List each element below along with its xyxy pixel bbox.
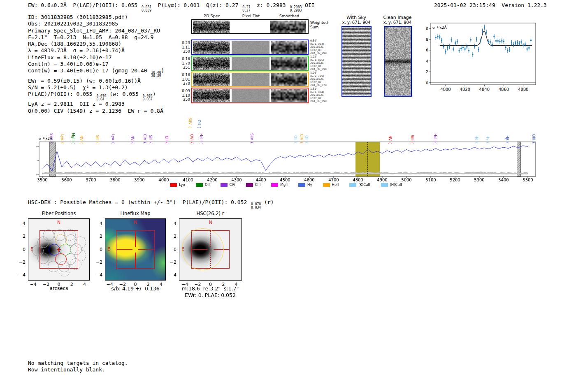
zoom-xtick-label: 4880 — [518, 87, 528, 92]
data-point — [478, 49, 479, 50]
data-point — [507, 50, 508, 51]
main-xtick-label: 4600 — [304, 178, 314, 182]
legend-swatch — [381, 183, 388, 187]
panel-ytick-label: 2 — [95, 234, 102, 239]
north-label: N — [209, 220, 212, 225]
summary-header-line: EW: 0.6±0.2Å P(LAE)/P(OII): 0.055 0.0810… — [28, 2, 315, 12]
stacked-uncertainty: 0.0760.04 — [96, 95, 106, 101]
stacked-uncertainty: 0.0760.037 — [143, 95, 153, 101]
north-label: N — [134, 220, 137, 225]
data-point — [459, 50, 460, 51]
data-point — [462, 47, 464, 48]
main-xtick-label: 4900 — [377, 178, 387, 182]
full-spectrum-plot: 0510 — [36, 141, 555, 179]
main-ytick-label: 0 — [36, 172, 37, 177]
zoom-ytick-label: 6 — [426, 48, 428, 52]
fiber-weight-value: 1.10 — [180, 93, 190, 98]
main-xtick-label: 4200 — [207, 178, 217, 182]
with-sky-title: With Sky — [346, 15, 366, 20]
panel-xtick-label: 4 — [83, 282, 86, 287]
legend-item: HeII — [323, 183, 339, 187]
panel-ytick-label: −4 — [95, 272, 102, 278]
lineflux-map-title: Lineflux Map — [120, 211, 150, 216]
legend-item: CIV — [221, 183, 235, 187]
legend-swatch — [246, 183, 253, 187]
spectral-line-label: SiII { — [95, 111, 100, 144]
fiber-pixel-flat-image — [232, 73, 269, 86]
legend-swatch — [221, 183, 228, 187]
spectral-line-label: NV { — [130, 111, 135, 144]
fiber-pixel-flat-image — [232, 89, 269, 102]
spectral-line-label: Hδ { — [474, 111, 479, 144]
stacked-uncertainty: 0.0810.039 — [142, 6, 151, 12]
fiber-2d-spec-row — [191, 88, 309, 103]
data-point — [476, 39, 477, 40]
with-sky-coords: x, y: 671, 904 — [342, 20, 371, 25]
panel-ytick-label: −2 — [95, 260, 102, 265]
legend-item: CIII — [246, 183, 260, 187]
fiber-smoothed-image — [271, 89, 307, 102]
legend-swatch — [349, 183, 356, 187]
spec2d-col-title-2: Pixel Flat — [242, 14, 260, 18]
spectral-line-label-text: SiIV { — [188, 118, 192, 128]
fiber-row-weights: 0.091.10350 — [180, 89, 190, 102]
info-line: Primary Spec_Slot_IFU_AMP: 204_087_037_R… — [28, 28, 164, 34]
fiber-annotation-line: 204_RU_079 — [310, 84, 327, 87]
fiber-weight-value: 0.23 — [180, 41, 190, 45]
data-point — [466, 46, 467, 47]
fiber-2d-spec-image — [193, 41, 230, 54]
main-xtick-label: 3500 — [37, 178, 47, 182]
zoom-ytick-label: 2 — [426, 70, 428, 74]
clean-image-coords: x, y: 671, 904 — [383, 20, 412, 25]
panel-ytick-label: 2 — [169, 234, 177, 239]
fiber-weight-value: 0.16 — [180, 73, 190, 77]
main-xtick-label: 4300 — [231, 178, 242, 182]
center-marker — [58, 248, 59, 252]
data-point — [482, 30, 483, 32]
spectral-line-label: CII { — [164, 111, 169, 144]
info-line: Q(0.00) CIV (1549) z = 2.1236 EW r = 0.8… — [28, 108, 164, 114]
data-point — [513, 44, 514, 45]
data-point — [530, 40, 532, 41]
footer-notes: No matching targets in catalog. Row inte… — [28, 360, 128, 373]
fiber-2d-spec-image — [193, 89, 230, 102]
spectral-line-label: OII { — [304, 111, 309, 144]
spectral-line-label: CIV { — [142, 111, 147, 144]
data-point — [460, 48, 462, 49]
spectral-line-label: NV { — [388, 111, 393, 144]
data-point — [490, 42, 491, 43]
legend-label: OII — [205, 183, 210, 187]
fiber-row-weights: 0.161.70351 — [180, 57, 190, 70]
spectral-line-label: SiIV { — [249, 111, 254, 144]
data-point — [525, 44, 526, 45]
legend-item: Hγ — [298, 183, 312, 187]
elixer-report-page: EW: 0.6±0.2Å P(LAE)/P(OII): 0.055 0.0810… — [0, 0, 576, 392]
zoom-ytick-label: 0 — [426, 81, 428, 85]
panel-ytick-label: 2 — [18, 234, 26, 239]
zoom-ytick-label: 4 — [426, 59, 428, 63]
sky-noise-band — [42, 172, 528, 174]
with-sky-noise-image — [342, 27, 371, 96]
crosshair-left — [117, 249, 132, 250]
fiber-weight-value: 350 — [180, 49, 190, 54]
data-point — [455, 42, 456, 44]
spectral-line-label: OVI { — [189, 111, 194, 144]
fiber-pixel-flat-image — [232, 41, 269, 54]
data-point — [503, 41, 504, 42]
fiber-2d-spec-row — [191, 39, 309, 55]
info-line: LyA z = 2.9811 OII z = 0.2983 — [28, 101, 164, 107]
main-xtick-label: 5200 — [450, 178, 460, 182]
data-point — [515, 42, 516, 44]
hsc-caption-1: m:18.6 re:3.2" s:1.7" — [182, 285, 239, 292]
legend-swatch — [271, 183, 278, 187]
report-timestamp-version: 2025-01-02 23:15:49 Version 1.22.3 — [434, 2, 547, 8]
spectral-line-label: HeII { — [433, 111, 438, 144]
panel-ytick-label: 0 — [18, 247, 26, 252]
data-point — [517, 42, 518, 43]
east-label: E — [107, 246, 110, 252]
info-line: LineFlux = 8.10(±2.10)e-17 — [28, 54, 164, 61]
main-xtick-label: 5400 — [498, 178, 509, 182]
main-xtick-label: 4500 — [280, 178, 290, 182]
info-line: P(LAE)/P(OII): 0.055 0.0760.04 (w: 0.055… — [28, 91, 164, 101]
info-line: F=2.1" T=0.213 N=1.05 A=0.88 g=24.9 — [28, 34, 164, 41]
